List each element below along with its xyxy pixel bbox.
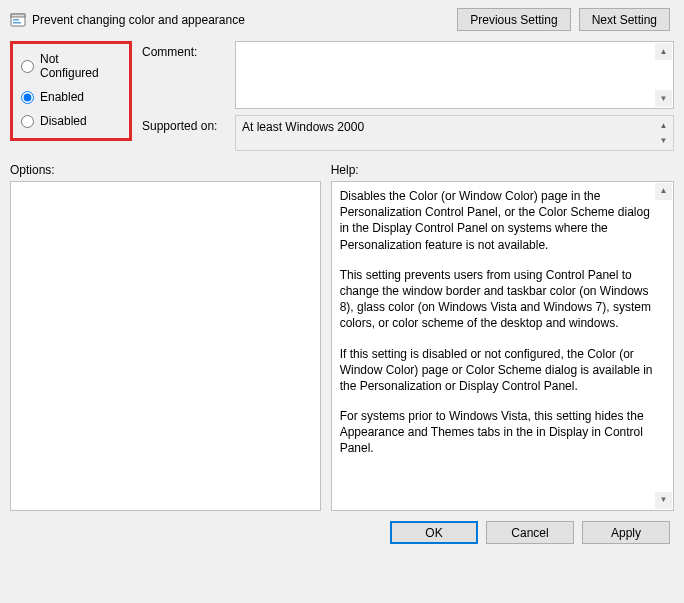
- state-radio-group: Not Configured Enabled Disabled: [10, 41, 132, 141]
- scroll-down-icon[interactable]: ▼: [655, 90, 672, 107]
- supported-on-value: At least Windows 2000: [242, 120, 364, 134]
- radio-not-configured[interactable]: Not Configured: [21, 52, 119, 80]
- header-row: Prevent changing color and appearance Pr…: [10, 8, 674, 31]
- cancel-button[interactable]: Cancel: [486, 521, 574, 544]
- policy-icon: [10, 12, 26, 28]
- apply-button[interactable]: Apply: [582, 521, 670, 544]
- svg-rect-3: [13, 22, 21, 24]
- options-panel: [10, 181, 321, 511]
- radio-not-configured-input[interactable]: [21, 60, 34, 73]
- help-paragraph: This setting prevents users from using C…: [340, 267, 653, 332]
- scroll-up-icon[interactable]: ▲: [655, 183, 672, 200]
- svg-rect-1: [11, 14, 25, 17]
- supported-on-box: At least Windows 2000 ▲ ▼: [235, 115, 674, 151]
- dialog-button-row: OK Cancel Apply: [10, 511, 674, 544]
- scroll-up-icon[interactable]: ▲: [655, 43, 672, 60]
- nav-buttons: Previous Setting Next Setting: [457, 8, 670, 31]
- next-setting-button[interactable]: Next Setting: [579, 8, 670, 31]
- help-label: Help:: [331, 163, 674, 177]
- scroll-down-icon: ▼: [655, 132, 672, 149]
- comment-textarea[interactable]: ▲ ▼: [235, 41, 674, 109]
- help-paragraph: If this setting is disabled or not confi…: [340, 346, 653, 395]
- radio-enabled[interactable]: Enabled: [21, 90, 119, 104]
- scroll-down-icon[interactable]: ▼: [655, 492, 672, 509]
- radio-disabled[interactable]: Disabled: [21, 114, 119, 128]
- svg-rect-2: [13, 19, 19, 21]
- help-panel: Disables the Color (or Window Color) pag…: [331, 181, 674, 511]
- options-label: Options:: [10, 163, 321, 177]
- previous-setting-button[interactable]: Previous Setting: [457, 8, 570, 31]
- radio-not-configured-label: Not Configured: [40, 52, 119, 80]
- radio-disabled-label: Disabled: [40, 114, 87, 128]
- radio-enabled-label: Enabled: [40, 90, 84, 104]
- supported-on-label: Supported on:: [142, 115, 227, 133]
- radio-enabled-input[interactable]: [21, 91, 34, 104]
- ok-button[interactable]: OK: [390, 521, 478, 544]
- comment-label: Comment:: [142, 41, 227, 59]
- policy-title: Prevent changing color and appearance: [32, 13, 451, 27]
- help-paragraph: For systems prior to Windows Vista, this…: [340, 408, 653, 457]
- help-paragraph: Disables the Color (or Window Color) pag…: [340, 188, 653, 253]
- radio-disabled-input[interactable]: [21, 115, 34, 128]
